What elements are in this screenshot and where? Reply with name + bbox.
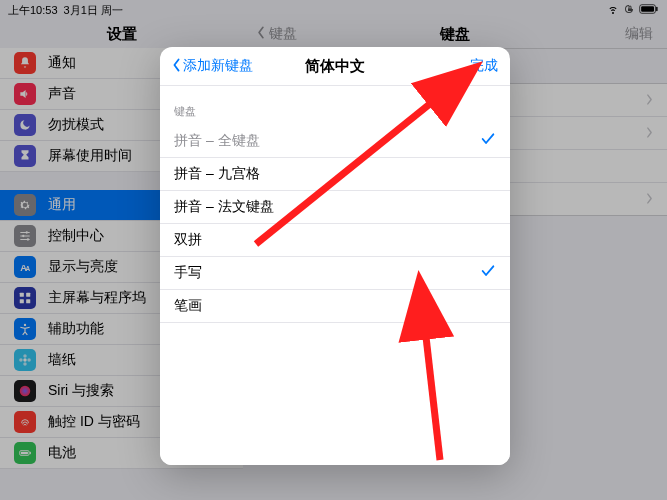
modal-option[interactable]: 拼音 – 全键盘 [160,125,510,158]
modal-option[interactable]: 拼音 – 九宫格 [160,158,510,191]
modal-option-label: 拼音 – 法文键盘 [174,198,274,216]
modal-back-label: 添加新键盘 [183,57,253,75]
modal-option-label: 双拼 [174,231,202,249]
modal-back-button[interactable]: 添加新键盘 [172,57,253,75]
modal-backdrop[interactable]: 添加新键盘 简体中文 完成 键盘 拼音 – 全键盘拼音 – 九宫格拼音 – 法文… [0,0,667,500]
modal-option[interactable]: 双拼 [160,224,510,257]
keyboard-modal: 添加新键盘 简体中文 完成 键盘 拼音 – 全键盘拼音 – 九宫格拼音 – 法文… [160,47,510,465]
check-icon [480,263,496,283]
modal-option[interactable]: 拼音 – 法文键盘 [160,191,510,224]
chevron-left-icon [172,58,181,75]
modal-section-label: 键盘 [160,86,510,125]
modal-option-label: 拼音 – 全键盘 [174,132,260,150]
modal-option-label: 笔画 [174,297,202,315]
modal-done-button[interactable]: 完成 [470,57,498,75]
modal-option[interactable]: 笔画 [160,290,510,323]
modal-option[interactable]: 手写 [160,257,510,290]
modal-option-label: 拼音 – 九宫格 [174,165,260,183]
modal-option-label: 手写 [174,264,202,282]
check-icon [480,131,496,151]
